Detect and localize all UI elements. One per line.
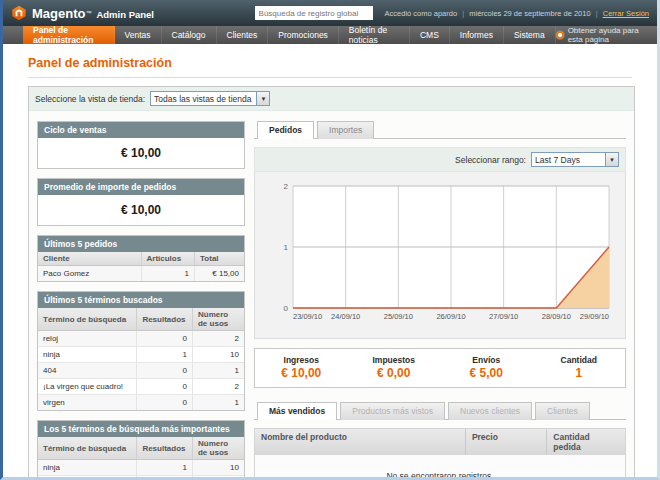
average-orders-value: € 10,00 (38, 195, 244, 225)
range-label: Seleccionar rango: (455, 155, 526, 165)
grid-header: Nombre del producto Precio Cantidad pedi… (255, 429, 625, 455)
nav-item-dashboard[interactable]: Panel de administración (23, 26, 115, 44)
total-value: € 0,00 (348, 366, 441, 380)
tab-amounts[interactable]: Importes (317, 121, 374, 139)
nav-item-promotions[interactable]: Promociones (268, 26, 339, 44)
total-value: € 10,00 (255, 366, 348, 380)
main-nav: Panel de administración Ventas Catálogo … (3, 26, 657, 44)
lifetime-sales-widget: Ciclo de ventas € 10,00 (37, 121, 245, 169)
average-orders-widget: Promedio de importe de pedidos € 10,00 (37, 178, 245, 226)
svg-text:25/09/10: 25/09/10 (384, 312, 413, 321)
logout-link[interactable]: Cerrar Sesión (603, 9, 649, 18)
help-icon (556, 31, 564, 39)
col-header-product: Nombre del producto (255, 429, 466, 455)
total-value: 1 (533, 366, 626, 380)
total-quantity: Cantidad 1 (533, 355, 626, 380)
left-column: Ciclo de ventas € 10,00 Promedio de impo… (37, 121, 245, 480)
lifetime-sales-value: € 10,00 (38, 138, 244, 168)
total-label: Impuestos (348, 355, 441, 365)
grid-empty-message: No se encontraron registros. (255, 455, 625, 480)
logged-in-as: Accedió como apardo (385, 9, 458, 18)
last-orders-table: Cliente Artículos Total Paco Gomez 1 € 1… (38, 252, 244, 281)
nav-item-catalog[interactable]: Catálogo (162, 26, 217, 44)
nav-item-sales[interactable]: Ventas (115, 26, 162, 44)
svg-text:26/09/10: 26/09/10 (436, 312, 465, 321)
search-results: 0 (137, 395, 193, 411)
svg-text:28/09/10: 28/09/10 (542, 312, 571, 321)
widget-title: Últimos 5 pedidos (38, 236, 244, 252)
global-search-input[interactable] (255, 6, 373, 20)
col-header: Resultados (137, 437, 193, 460)
last-search-table: Término de búsqueda Resultados Número de… (38, 308, 244, 410)
table-row[interactable]: ¡La virgen que cuadro! 0 2 (38, 379, 244, 395)
search-term: virgen (38, 395, 137, 411)
table-row[interactable]: reloj 0 2 (38, 476, 244, 480)
brand-name: Magento (32, 6, 85, 21)
nav-item-customers[interactable]: Clientes (217, 26, 269, 44)
col-header: Total (195, 252, 244, 266)
tab-most-viewed[interactable]: Productos más vistos (340, 402, 445, 420)
header-date: miércoles 29 de septiembre de 2010 (469, 9, 590, 18)
widget-title: Ciclo de ventas (38, 122, 244, 138)
total-value: € 5,00 (440, 366, 533, 380)
table-row[interactable]: 404 0 1 (38, 363, 244, 379)
brand-suffix: Admin Panel (96, 9, 154, 20)
table-row[interactable]: reloj 0 2 (38, 331, 244, 347)
help-link[interactable]: Obtener ayuda para esta página (556, 26, 657, 44)
store-view-select[interactable]: Todas las vistas de tienda ▼ (150, 91, 270, 106)
col-header: Término de búsqueda (38, 308, 137, 331)
total-tax: Impuestos € 0,00 (348, 355, 441, 380)
table-row[interactable]: Paco Gomez 1 € 15,00 (38, 266, 244, 282)
search-uses: 10 (192, 460, 244, 476)
search-term: ninja (38, 347, 137, 363)
table-row[interactable]: virgen 0 1 (38, 395, 244, 411)
nav-item-cms[interactable]: CMS (410, 26, 450, 44)
tab-orders[interactable]: Pedidos (257, 121, 314, 139)
store-view-label: Seleccione la vista de tienda: (35, 94, 145, 104)
search-term: ¡La virgen que cuadro! (38, 379, 137, 395)
col-header: Artículos (141, 252, 195, 266)
search-results: 0 (137, 379, 193, 395)
svg-text:23/09/10: 23/09/10 (293, 312, 322, 321)
right-column: Pedidos Importes Seleccionar rango: Last… (254, 121, 626, 480)
search-results: 0 (137, 476, 193, 480)
order-items: 1 (141, 266, 195, 282)
search-results: 0 (137, 331, 193, 347)
search-term: reloj (38, 331, 137, 347)
magento-logo-icon (11, 5, 27, 21)
search-uses: 2 (192, 331, 244, 347)
nav-item-reports[interactable]: Informes (450, 26, 504, 44)
widget-title: Los 5 términos de búsqueda más important… (38, 421, 244, 437)
store-view-value: Todas las vistas de tienda (154, 94, 251, 104)
total-revenue: Ingresos € 10,00 (255, 355, 348, 380)
col-header: Término de búsqueda (38, 437, 137, 460)
brand-trademark: ™ (85, 10, 91, 16)
total-label: Ingresos (255, 355, 348, 365)
total-shipping: Envíos € 5,00 (440, 355, 533, 380)
nav-item-system[interactable]: Sistema (504, 26, 556, 44)
nav-item-newsletter[interactable]: Boletín de noticias (339, 26, 410, 44)
range-select[interactable]: Last 7 Days ▼ (531, 152, 619, 167)
account-info: Accedió como apardo | miércoles 29 de se… (385, 9, 649, 18)
store-switcher: Seleccione la vista de tienda: Todas las… (29, 87, 634, 111)
tab-customers[interactable]: Clientes (535, 402, 590, 420)
tab-new-customers[interactable]: Nuevos clientes (448, 402, 532, 420)
page-title: Panel de administración (28, 56, 632, 70)
chart-tabs: Pedidos Importes (254, 121, 626, 139)
svg-text:27/09/10: 27/09/10 (489, 312, 518, 321)
table-row[interactable]: ninja 1 10 (38, 460, 244, 476)
widget-title: Últimos 5 términos buscados (38, 292, 244, 308)
total-label: Envíos (440, 355, 533, 365)
col-header: Resultados (137, 308, 193, 331)
search-uses: 2 (192, 476, 244, 480)
top-search-widget: Los 5 términos de búsqueda más important… (37, 420, 245, 480)
top-search-table: Término de búsqueda Resultados Número de… (38, 437, 244, 480)
chevron-down-icon: ▼ (256, 92, 269, 105)
table-row[interactable]: ninja 1 10 (38, 347, 244, 363)
chart-svg: 01223/09/1024/09/1025/09/1026/09/1027/09… (257, 176, 621, 334)
svg-text:24/09/10: 24/09/10 (331, 312, 360, 321)
tab-bestsellers[interactable]: Más vendidos (257, 402, 337, 420)
content-row: Ciclo de ventas € 10,00 Promedio de impo… (29, 111, 634, 480)
range-bar: Seleccionar rango: Last 7 Days ▼ (254, 147, 626, 172)
search-uses: 1 (192, 363, 244, 379)
